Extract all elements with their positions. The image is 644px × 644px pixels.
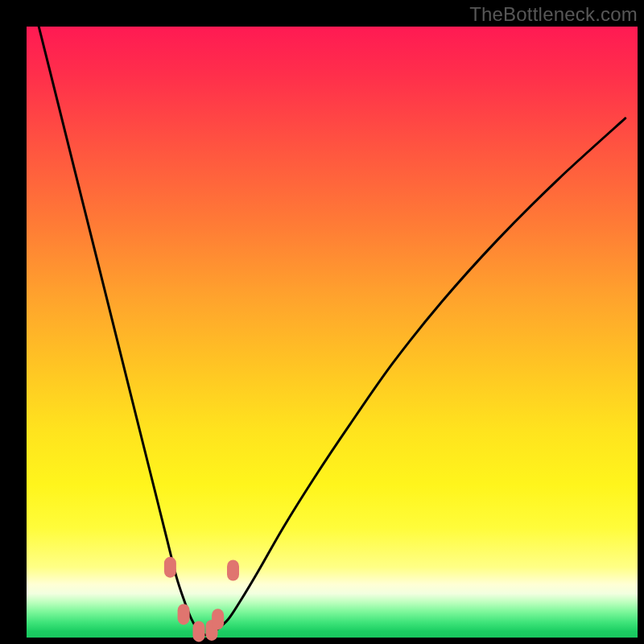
curve-marker (193, 621, 205, 642)
curve-marker (227, 560, 239, 581)
curve-marker (212, 609, 224, 630)
curve-svg (27, 27, 638, 638)
plot-area (27, 27, 638, 638)
watermark-text: TheBottleneck.com (469, 3, 638, 26)
chart-frame: TheBottleneck.com (0, 0, 644, 644)
curve-markers (164, 557, 239, 642)
bottleneck-curve (39, 27, 625, 635)
curve-marker (164, 557, 176, 578)
curve-marker (178, 604, 190, 625)
